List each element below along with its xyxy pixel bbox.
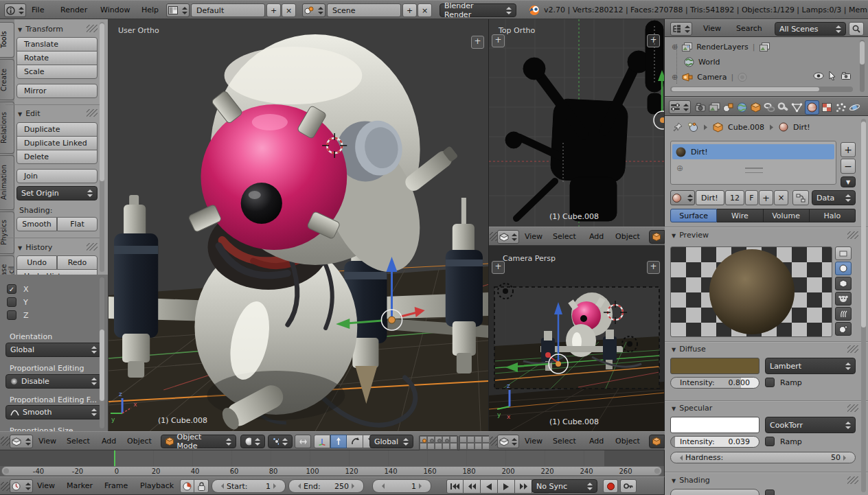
editor-type-3dview-button[interactable] [497,435,519,448]
material-browse-button[interactable] [670,190,695,205]
shading-partial-slider[interactable] [670,489,760,495]
layer-13[interactable] [475,436,482,443]
type-halo[interactable]: Halo [810,209,856,222]
orientation-select[interactable]: Global [5,343,102,357]
region-expand-icon[interactable]: + [647,34,660,47]
preview-world-sphere-button[interactable] [835,322,852,336]
diffuse-intensity-slider[interactable]: Intensity:0.800 [670,377,760,389]
expander-icon[interactable]: ⊕ [672,73,678,82]
menu-add[interactable]: Add [589,232,604,241]
next-keyframe-button[interactable] [515,479,532,494]
material-browse-icon[interactable] [687,122,698,132]
material-name-field[interactable]: Dirt! [696,190,724,205]
mode-select-clipped[interactable] [649,435,665,448]
layer-18[interactable] [475,443,482,450]
checkbox-y[interactable] [7,297,16,307]
current-frame-field[interactable]: 1 [372,479,431,493]
play-reverse-button[interactable] [481,479,498,494]
new-material-button[interactable]: + [759,190,773,205]
shelf-tab-physics[interactable]: Physics [0,211,14,254]
preview-hair-button[interactable] [835,307,852,321]
panel-grip[interactable] [847,404,858,412]
menu-select[interactable]: Select [67,437,90,446]
diffuse-color-swatch[interactable] [670,358,760,374]
tab-render-icon[interactable] [695,102,707,113]
region-expand-icon[interactable]: + [471,36,484,49]
checkbox-x-checked[interactable]: ✓ [7,284,16,294]
unlink-material-button[interactable]: × [774,190,788,205]
delete-button[interactable]: Delete [16,150,98,164]
layer-1-active[interactable] [420,436,427,443]
sync-mode-select[interactable]: No Sync [532,479,597,493]
tab-particles-icon[interactable] [835,102,847,113]
play-button[interactable] [498,479,515,494]
breadcrumb-object[interactable]: Cube.008 [728,123,764,132]
checkbox-z[interactable] [7,310,16,320]
tab-modifiers-icon[interactable] [777,102,789,113]
use-nodes-button[interactable] [792,190,809,205]
render-engine-select[interactable]: Blender Render [439,3,516,17]
falloff-select[interactable]: Smooth [5,405,102,419]
rotate-button[interactable]: Rotate [16,51,98,65]
type-volume[interactable]: Volume [764,209,810,222]
outliner-h-scrollbar[interactable] [670,87,853,92]
axis-y-row[interactable]: Y [7,297,28,307]
viewport-shading-select[interactable] [240,435,265,448]
outliner-row-renderlayers[interactable]: ⊕ RenderLayers | [665,40,857,54]
layer-11[interactable] [459,436,467,443]
region-expand-icon[interactable]: + [647,261,660,274]
menu-marker[interactable]: Marker [67,481,93,490]
panel-header-transform[interactable]: ▼Transform [18,25,63,34]
preview-cube-button[interactable] [835,277,852,290]
start-frame-field[interactable]: Start: 1 [212,479,286,493]
shelf-scrollbar-thumb[interactable] [100,23,104,181]
mode-select[interactable]: Object Mode [161,435,236,448]
specular-intensity-slider[interactable]: Intensity:0.039 [670,436,760,448]
menu-view[interactable]: View [525,232,542,241]
layer-3[interactable] [435,436,442,443]
specular-shader-select[interactable]: CookTorr [765,417,856,433]
timeline-editor[interactable]: -40 -20 0 20 40 60 80 100 120 140 160 18… [0,450,665,476]
menu-view[interactable]: View [703,24,721,33]
properties-v-scrollbar-thumb[interactable] [861,122,866,327]
editor-type-3dview-button[interactable] [497,230,519,244]
selectability-cursor-icon[interactable] [829,71,836,80]
list-resize-grip[interactable] [745,168,763,173]
slot-add-icon[interactable]: ⊕ [676,163,683,173]
menu-object[interactable]: Object [127,437,152,446]
specular-color-swatch[interactable] [670,417,760,433]
preview-flat-button[interactable] [835,246,852,260]
area-corner-grip[interactable] [1,437,10,446]
link-data-select[interactable]: Data [812,190,856,205]
timeline-ruler[interactable]: -40 -20 0 20 40 60 80 100 120 140 160 18… [1,466,662,476]
menu-playback[interactable]: Playback [140,481,174,490]
add-scene-button[interactable]: + [402,3,417,17]
lock-time-cursor-button[interactable] [194,479,209,493]
layer-9[interactable] [442,443,450,450]
layer-8[interactable] [435,443,442,450]
layer-4[interactable] [442,436,450,443]
end-frame-field[interactable]: End: 250 [288,479,364,493]
pivot-point-select[interactable] [268,435,293,448]
specular-ramp-checkbox[interactable] [765,437,775,446]
screen-layout-name-field[interactable]: Default [191,3,265,17]
panel-grip[interactable] [847,476,858,484]
menu-select[interactable]: Select [553,232,576,241]
panel-grip[interactable] [847,231,858,239]
add-slot-button[interactable]: + [841,142,856,157]
menu-search[interactable]: Search [736,24,762,33]
editor-type-info-button[interactable] [4,3,26,17]
menu-render[interactable]: Render [60,5,87,14]
robot-silhouette[interactable] [505,21,663,221]
redo-button[interactable]: Redo [57,255,98,270]
shelf-tab-relations[interactable]: Relations [0,102,14,154]
outliner-filter-select[interactable]: All Scenes [775,22,846,36]
diffuse-ramp-row[interactable]: Ramp [765,378,802,387]
area-corner-grip[interactable] [1,482,10,491]
editor-type-properties-button[interactable] [669,100,691,114]
shade-flat-button[interactable]: Flat [57,217,98,231]
transform-orientation-select[interactable]: Global [369,435,413,448]
preview-sphere-button-active[interactable] [835,262,852,275]
mirror-button[interactable]: Mirror [16,84,98,98]
axis-x-row[interactable]: ✓X [7,284,29,294]
